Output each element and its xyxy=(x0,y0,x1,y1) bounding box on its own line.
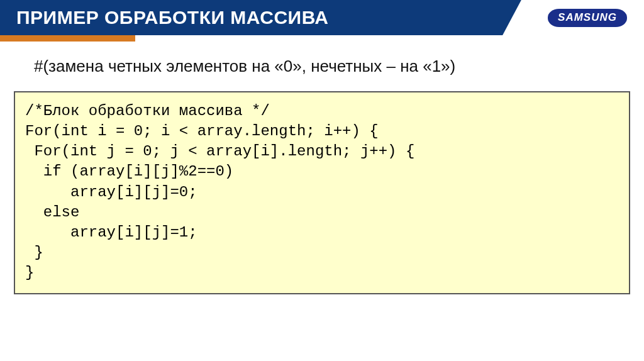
logo-container: SAMSUNG xyxy=(531,0,644,35)
code-line: } xyxy=(25,244,43,261)
code-line: For(int j = 0; j < array[i].length; j++)… xyxy=(25,143,414,160)
samsung-logo: SAMSUNG xyxy=(548,9,627,27)
slide-subtitle: #(замена четных элементов на «0», нечетн… xyxy=(34,57,644,76)
slide-header: ПРИМЕР ОБРАБОТКИ МАССИВА SAMSUNG xyxy=(0,0,644,35)
code-block-container: /*Блок обработки массива */ For(int i = … xyxy=(14,91,630,294)
accent-bar xyxy=(0,35,135,42)
slide-title: ПРИМЕР ОБРАБОТКИ МАССИВА xyxy=(16,7,328,28)
code-line: array[i][j]=1; xyxy=(25,224,197,241)
code-block: /*Блок обработки массива */ For(int i = … xyxy=(14,91,630,294)
code-line: For(int i = 0; i < array.length; i++) { xyxy=(25,123,379,140)
code-line: array[i][j]=0; xyxy=(25,184,197,201)
code-line: /*Блок обработки массива */ xyxy=(25,103,270,119)
code-line: } xyxy=(25,264,34,281)
code-line: else xyxy=(25,204,79,221)
code-line: if (array[i][j]%2==0) xyxy=(25,163,233,180)
